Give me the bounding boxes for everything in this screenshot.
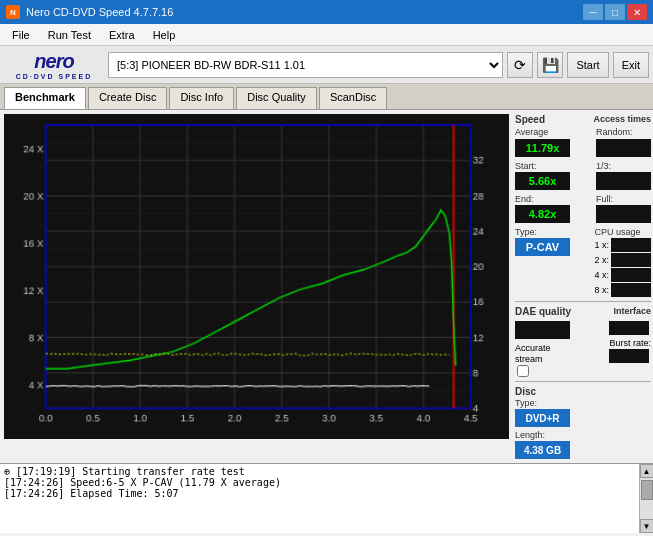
right-panel: Speed Access times Average 11.79x Random… <box>513 110 653 463</box>
log-line-3: [17:24:26] Elapsed Time: 5:07 <box>4 488 635 499</box>
menu-file[interactable]: File <box>4 27 38 43</box>
titlebar: N Nero CD-DVD Speed 4.7.7.16 ─ □ ✕ <box>0 0 653 24</box>
cdspeed-logo: CD·DVD SPEED <box>16 73 93 80</box>
scroll-thumb[interactable] <box>641 480 653 500</box>
content-area: Speed Access times Average 11.79x Random… <box>0 110 653 463</box>
save-button[interactable]: 💾 <box>537 52 563 78</box>
interface-value <box>609 321 649 335</box>
log-area: ⊕ [17:19:19] Starting transfer rate test… <box>0 463 653 533</box>
logo: nero CD·DVD SPEED <box>4 50 104 80</box>
full-value <box>596 205 651 223</box>
type-value: P-CAV <box>515 238 570 256</box>
maximize-button[interactable]: □ <box>605 4 625 20</box>
four-x-label: 4 x: <box>594 270 609 280</box>
start-button[interactable]: Start <box>567 52 608 78</box>
log-content: ⊕ [17:19:19] Starting transfer rate test… <box>0 464 639 533</box>
drive-selector[interactable]: [5:3] PIONEER BD-RW BDR-S11 1.01 <box>108 52 503 78</box>
menu-help[interactable]: Help <box>145 27 184 43</box>
window-controls: ─ □ ✕ <box>583 4 647 20</box>
one-third-value <box>596 172 651 190</box>
dae-title: DAE quality <box>515 306 571 317</box>
disc-length-value: 4.38 GB <box>515 441 570 459</box>
two-x-value <box>611 253 651 267</box>
tab-disc-quality[interactable]: Disc Quality <box>236 87 317 109</box>
tab-benchmark[interactable]: Benchmark <box>4 87 86 109</box>
log-line-1: ⊕ [17:19:19] Starting transfer rate test <box>4 466 635 477</box>
menu-run-test[interactable]: Run Test <box>40 27 99 43</box>
disc-title: Disc <box>515 386 651 397</box>
interface-title: Interface <box>613 306 651 317</box>
two-x-label: 2 x: <box>594 255 609 265</box>
tab-create-disc[interactable]: Create Disc <box>88 87 167 109</box>
eight-x-label: 8 x: <box>594 285 609 295</box>
dae-value <box>515 321 570 339</box>
disc-type-label: Type: <box>515 398 651 408</box>
eight-x-value <box>611 283 651 297</box>
refresh-button[interactable]: ⟳ <box>507 52 533 78</box>
close-button[interactable]: ✕ <box>627 4 647 20</box>
burst-label: Burst rate: <box>609 338 651 348</box>
tab-disc-info[interactable]: Disc Info <box>169 87 234 109</box>
cpu-title: CPU usage <box>594 227 651 237</box>
speed-chart <box>4 114 509 439</box>
start-speed-value: 5.66x <box>515 172 570 190</box>
accurate-stream-checkbox[interactable] <box>517 365 529 377</box>
one-x-value <box>611 238 651 252</box>
four-x-value <box>611 268 651 282</box>
end-speed-value: 4.82x <box>515 205 570 223</box>
toolbar: nero CD·DVD SPEED [5:3] PIONEER BD-RW BD… <box>0 46 653 84</box>
end-speed-label: End: <box>515 194 570 204</box>
minimize-button[interactable]: ─ <box>583 4 603 20</box>
scroll-up-button[interactable]: ▲ <box>640 464 654 478</box>
menubar: File Run Test Extra Help <box>0 24 653 46</box>
average-label: Average <box>515 127 570 137</box>
type-label: Type: <box>515 227 570 237</box>
exit-button[interactable]: Exit <box>613 52 649 78</box>
menu-extra[interactable]: Extra <box>101 27 143 43</box>
disc-length-label: Length: <box>515 430 651 440</box>
average-value: 11.79x <box>515 139 570 157</box>
full-label: Full: <box>596 194 651 204</box>
accurate-label: Accurate <box>515 343 551 353</box>
random-value <box>596 139 651 157</box>
app-title: Nero CD-DVD Speed 4.7.7.16 <box>26 6 173 18</box>
disc-type-value: DVD+R <box>515 409 570 427</box>
log-line-2: [17:24:26] Speed:6-5 X P-CAV (11.79 X av… <box>4 477 635 488</box>
log-scrollbar: ▲ ▼ <box>639 464 653 533</box>
app-icon: N <box>6 5 20 19</box>
one-x-label: 1 x: <box>594 240 609 250</box>
speed-title: Speed <box>515 114 545 125</box>
random-label: Random: <box>596 127 651 137</box>
access-times-title: Access times <box>593 114 651 125</box>
nero-logo: nero <box>34 50 73 73</box>
stream-label: stream <box>515 354 543 364</box>
tab-bar: Benchmark Create Disc Disc Info Disc Qua… <box>0 84 653 110</box>
tab-scandisc[interactable]: ScanDisc <box>319 87 387 109</box>
burst-value <box>609 349 649 363</box>
scroll-down-button[interactable]: ▼ <box>640 519 654 533</box>
start-speed-label: Start: <box>515 161 570 171</box>
one-third-label: 1/3: <box>596 161 651 171</box>
